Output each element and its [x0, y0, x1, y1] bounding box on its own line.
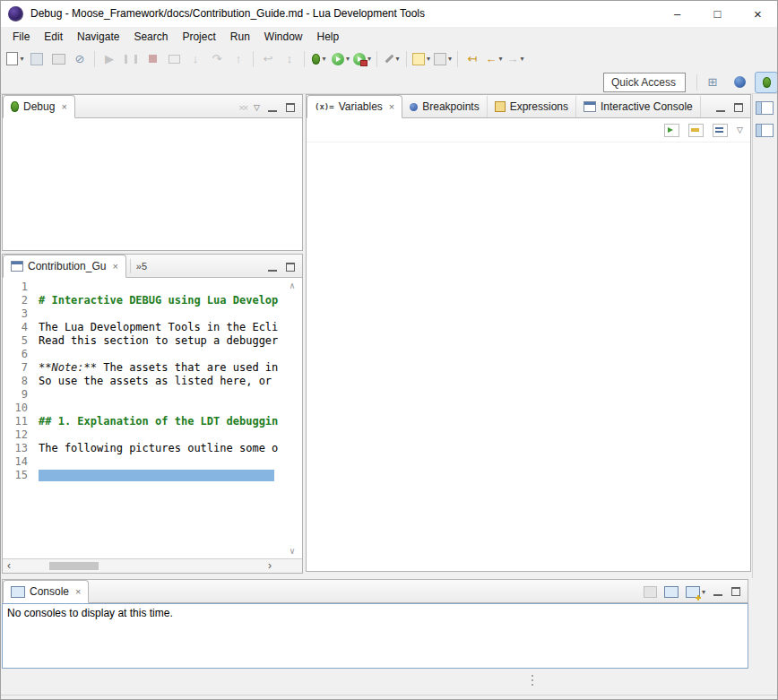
chevron-down-icon[interactable]: ▾ — [427, 56, 430, 63]
more-editors-chevron[interactable]: »5 — [130, 259, 152, 273]
close-button[interactable]: × — [738, 0, 778, 27]
menu-search[interactable]: Search — [126, 29, 175, 45]
chevron-down-icon[interactable]: ▾ — [521, 56, 524, 63]
scrollbar-thumb[interactable] — [49, 562, 99, 570]
chevron-down-icon[interactable]: ▾ — [396, 56, 400, 63]
close-icon[interactable]: × — [389, 101, 394, 112]
use-step-filters-button[interactable]: ↕ — [279, 49, 300, 69]
scroll-right-icon[interactable]: › — [268, 559, 272, 572]
scroll-down-icon[interactable]: ∨ — [290, 546, 295, 556]
chevron-down-icon[interactable]: ▾ — [499, 56, 503, 63]
external-tools-button[interactable]: ▾ — [351, 49, 373, 69]
maximize-view-icon[interactable] — [733, 103, 744, 113]
minimize-view-icon[interactable] — [715, 103, 726, 113]
open-perspective-button[interactable]: ⊞ — [701, 72, 724, 93]
chevron-down-icon[interactable]: ▾ — [322, 56, 325, 63]
editor-line[interactable]: 13The following pictures outline some o — [3, 442, 302, 455]
tab-contribution-guide[interactable]: Contribution_Gu × — [3, 255, 126, 278]
editor-line-selected[interactable]: 15 — [3, 469, 302, 482]
close-icon[interactable]: × — [61, 101, 66, 112]
menu-project[interactable]: Project — [175, 29, 222, 45]
run-button[interactable]: ▾ — [330, 49, 351, 69]
minimize-view-icon[interactable] — [267, 103, 278, 113]
editor-line[interactable]: 7**Note:** The assets that are used in — [3, 361, 302, 375]
lua-perspective-button[interactable] — [728, 72, 751, 93]
chevron-down-icon[interactable]: ▾ — [346, 56, 350, 63]
scroll-left-icon[interactable]: ‹ — [7, 559, 11, 572]
maximize-button[interactable]: □ — [697, 0, 738, 27]
menu-run[interactable]: Run — [223, 29, 257, 45]
chevron-down-icon[interactable]: ▾ — [702, 589, 705, 596]
editor-line[interactable]: 11## 1. Explanation of the LDT debuggin — [3, 415, 302, 428]
chevron-down-icon[interactable]: ▾ — [367, 56, 371, 63]
app-icon[interactable] — [8, 6, 23, 22]
last-edit-location-button[interactable]: ↤ — [462, 49, 483, 69]
save-button[interactable] — [26, 49, 48, 69]
horizontal-scrollbar[interactable]: ‹ › — [3, 558, 302, 573]
resize-grip[interactable] — [531, 675, 534, 686]
tab-console[interactable]: Console × — [3, 580, 89, 603]
menu-edit[interactable]: Edit — [37, 29, 70, 45]
drop-to-frame-button[interactable]: ↩ — [257, 49, 279, 69]
quick-access-field[interactable]: Quick Access — [603, 73, 686, 92]
menu-navigate[interactable]: Navigate — [70, 29, 126, 45]
close-icon[interactable]: × — [75, 586, 81, 597]
variables-content[interactable]: ▽ — [307, 118, 750, 571]
chevron-down-icon[interactable]: ▾ — [20, 56, 23, 63]
restored-view-icon-2[interactable] — [756, 124, 774, 137]
tab-expressions[interactable]: Expressions — [488, 96, 576, 117]
chevron-down-icon[interactable]: ▾ — [448, 56, 452, 63]
forward-button[interactable]: →▾ — [505, 49, 526, 69]
debug-view-content[interactable] — [3, 118, 302, 250]
maximize-view-icon[interactable] — [730, 587, 741, 597]
minimize-view-icon[interactable] — [267, 263, 278, 272]
editor-line[interactable]: 8So use the assets as listed here, or — [3, 375, 302, 388]
show-logical-structure-icon[interactable] — [664, 124, 679, 137]
editor-line[interactable]: 4The Lua Development Tools in the Ecli — [3, 321, 302, 334]
disconnect-button[interactable] — [163, 49, 185, 69]
maximize-view-icon[interactable] — [285, 103, 296, 113]
editor-line[interactable]: 6 — [3, 348, 302, 361]
minimize-view-icon[interactable] — [713, 587, 723, 597]
new-button[interactable]: ▾ — [4, 49, 26, 69]
menu-file[interactable]: File — [5, 29, 37, 45]
print-button[interactable] — [48, 49, 69, 69]
editor-line[interactable]: 5Read this section to setup a debugger — [3, 334, 302, 348]
tab-debug[interactable]: Debug × — [3, 95, 75, 118]
editor-line[interactable]: 2# Interactive DEBUG using Lua Develop — [3, 294, 302, 307]
new-wizard-button[interactable]: ▾ — [411, 49, 432, 69]
collapse-all-icon[interactable] — [713, 124, 728, 137]
tab-interactive-console[interactable]: Interactive Console — [576, 96, 701, 117]
view-menu-icon[interactable]: ▽ — [737, 125, 743, 134]
editor-line[interactable]: 1 — [3, 281, 302, 294]
maximize-view-icon[interactable] — [285, 263, 296, 272]
restored-view-icon-1[interactable] — [756, 101, 774, 115]
step-over-button[interactable]: ↷ — [206, 49, 228, 69]
console-output-area[interactable]: No consoles to display at this time. — [2, 603, 748, 669]
skip-all-breakpoints-button[interactable]: ⊘ — [69, 49, 91, 69]
editor-line[interactable]: 10 — [3, 402, 302, 415]
remove-all-terminated-icon[interactable]: ×× — [238, 102, 246, 113]
debug-button[interactable]: ▾ — [308, 49, 330, 69]
step-return-button[interactable]: ↑ — [228, 49, 249, 69]
minimize-button[interactable]: – — [657, 0, 697, 27]
editor-line[interactable]: 3 — [3, 307, 302, 321]
menu-window[interactable]: Window — [257, 29, 310, 45]
view-menu-icon[interactable]: ▽ — [254, 103, 260, 112]
suspend-button[interactable] — [120, 49, 142, 69]
editor-line[interactable]: 14 — [3, 455, 302, 469]
menu-help[interactable]: Help — [310, 29, 347, 45]
debug-perspective-button[interactable] — [755, 72, 778, 93]
editor-content[interactable]: 1 2# Interactive DEBUG using Lua Develop… — [3, 278, 302, 558]
open-console-button[interactable]: ▾ — [686, 586, 705, 598]
terminate-button[interactable] — [142, 49, 163, 69]
display-selected-console-icon[interactable] — [664, 586, 679, 598]
back-button[interactable]: ←▾ — [483, 49, 505, 69]
tab-breakpoints[interactable]: Breakpoints — [402, 96, 487, 117]
editor-line[interactable]: 9 — [3, 388, 302, 402]
resume-button[interactable]: ▶ — [99, 49, 120, 69]
wand-button[interactable]: ▾ — [381, 49, 402, 69]
show-type-names-icon[interactable] — [688, 124, 704, 137]
step-into-button[interactable]: ↓ — [185, 49, 206, 69]
scroll-up-icon[interactable]: ∧ — [290, 281, 295, 290]
